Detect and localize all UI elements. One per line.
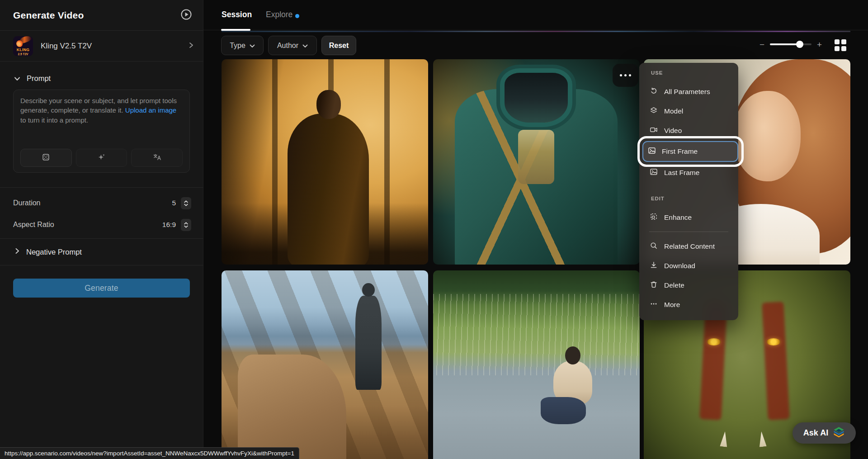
aspect-ratio-label: Aspect Ratio [13,221,162,229]
menu-item-label: Model [664,107,683,115]
layers-icon [650,106,658,116]
menu-item-label: Video [664,127,682,135]
model-name: Kling V2.5 T2V [41,42,180,51]
armor-torso-shape [455,89,618,265]
orc-tusk [720,431,728,447]
reset-filters-button[interactable]: Reset [321,36,356,55]
type-filter-dropdown[interactable]: Type [221,36,264,55]
tab-session[interactable]: Session [222,10,252,19]
model-selector-row[interactable]: KLING 2.5 T2V Kling V2.5 T2V [0,31,203,62]
ai-enhance-prompt-button[interactable] [76,149,127,167]
reset-label: Reset [329,42,349,50]
chevron-right-icon [15,248,19,256]
orc-tusk [758,431,766,447]
refresh-icon [650,87,658,97]
image-icon [648,147,656,156]
active-tab-underline [221,29,250,31]
menu-divider [649,232,728,232]
aspect-ratio-value: 16:9 [162,221,176,229]
status-url: https://app.scenario.com/videos/new?impo… [5,450,294,457]
browser-status-bar: https://app.scenario.com/videos/new?impo… [0,447,299,459]
sidebar-header: Generate Video [0,0,203,31]
topbar-divider [203,30,868,30]
negative-prompt-toggle[interactable]: Negative Prompt [0,239,203,265]
random-prompt-button[interactable] [20,149,72,167]
trash-icon [650,280,658,290]
gallery-image-businessman-office[interactable] [222,59,428,265]
zoom-slider-knob[interactable] [796,41,803,48]
menu-item-download[interactable]: Download [639,256,738,275]
translate-icon [153,153,161,163]
menu-item-label: More [664,301,680,309]
image-more-options-button[interactable] [613,64,638,87]
duration-row: Duration 5 [0,192,203,214]
menu-item-enhance[interactable]: Enhance [639,208,738,227]
video-camera-icon [650,126,658,136]
gallery-image-lakeside-woman[interactable] [433,270,640,459]
zoom-out-button[interactable]: − [760,40,764,49]
businessman-silhouette [288,114,369,265]
ask-ai-label: Ask AI [803,428,828,438]
chevron-down-icon [14,75,20,83]
sitting-woman-shape [553,361,592,404]
play-circle-icon[interactable] [179,8,193,23]
menu-section-use: USE [639,70,738,77]
zoom-slider-fill [770,43,800,45]
menu-item-first-frame[interactable]: First Frame [642,141,738,162]
girl-hair-face-shape [729,59,850,254]
menu-item-label: All Parameters [664,88,710,96]
menu-item-delete[interactable]: Delete [639,275,738,295]
thumbnail-zoom-control: − + [760,36,822,52]
menu-item-label: Delete [664,281,684,289]
placeholder-text-end: to turn it into a prompt. [20,116,88,124]
hiker-silhouette [355,296,382,390]
generate-button[interactable]: Generate [13,279,190,298]
negative-prompt-label: Negative Prompt [26,248,82,256]
menu-item-model[interactable]: Model [639,101,738,121]
menu-item-label: Related Content [664,242,715,251]
duration-stepper[interactable] [181,197,191,209]
prompt-input[interactable]: Describe your scene or subject, and let … [13,90,190,173]
dice-icon [42,153,50,163]
page-title: Generate Video [13,10,84,21]
author-filter-dropdown[interactable]: Author [268,36,317,55]
prompt-section-header[interactable]: Prompt [14,74,203,83]
orc-eye [767,338,780,345]
menu-item-related-content[interactable]: Related Content [639,237,738,256]
tab-explore[interactable]: Explore [266,10,292,19]
orc-war-paint-stripe [762,302,790,420]
sparkles-icon [97,153,106,163]
type-filter-label: Type [230,42,245,50]
menu-item-label: Enhance [664,213,692,222]
chevron-right-icon [188,42,194,50]
menu-item-label: First Frame [662,147,698,156]
zoom-in-button[interactable]: + [817,40,822,49]
aspect-ratio-row: Aspect Ratio 16:9 [0,214,203,236]
orc-eye [707,338,721,345]
prompt-section-label: Prompt [27,74,51,83]
zoom-slider[interactable] [770,43,811,45]
explore-notification-dot [295,14,299,18]
download-icon [650,261,658,271]
menu-item-more[interactable]: More [639,295,738,314]
duration-value: 5 [172,199,176,207]
upload-image-link[interactable]: Upload an image [125,106,176,114]
menu-item-all-parameters[interactable]: All Parameters [639,82,738,101]
translate-prompt-button[interactable] [131,149,183,167]
chevron-down-icon [250,42,255,50]
menu-item-label: Download [664,262,695,270]
chevron-down-icon [302,42,308,50]
kling-logo-text: KLING [13,47,33,52]
grid-view-icon[interactable] [835,39,847,51]
image-icon [650,168,658,178]
ask-ai-button[interactable]: Ask AI [793,422,856,444]
aspect-ratio-stepper[interactable] [181,219,191,231]
kling-logo-version: 2.5 T2V [13,52,33,56]
generate-video-sidebar: Generate Video KLING 2.5 T2V Kling V2.5 … [0,0,203,459]
menu-item-video[interactable]: Video [639,121,738,140]
gallery-image-armored-warrior[interactable] [433,59,640,265]
scenario-logo-icon [833,426,845,440]
gallery-image-canyon-cliff[interactable] [222,270,428,459]
menu-item-last-frame[interactable]: Last Frame [639,163,738,182]
scrolled-image-row-edge [222,31,850,32]
